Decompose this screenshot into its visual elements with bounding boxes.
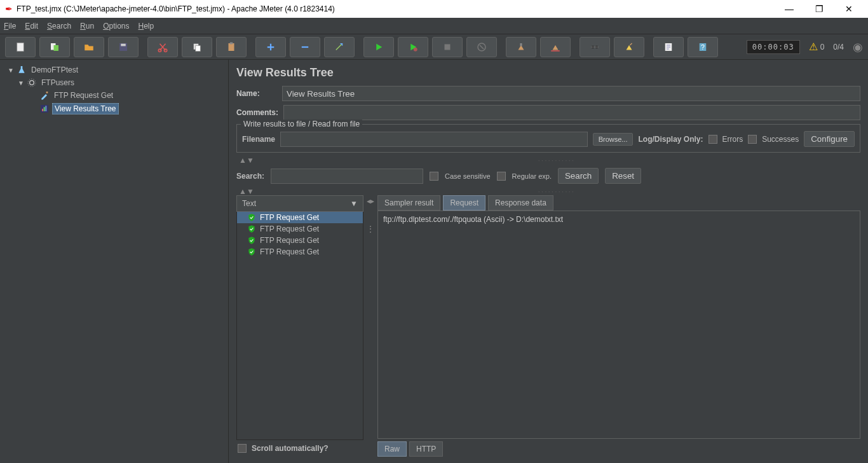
logdisplay-label: Log/Display Only: [638,135,703,144]
name-input[interactable] [282,86,860,101]
request-body[interactable]: ftp://ftp.dlptest.com/./ftpquota (Ascii)… [377,211,860,439]
write-results-fieldset: Write results to file / Read from file F… [236,124,860,153]
panel-title: View Results Tree [236,66,860,79]
regexp-checkbox[interactable] [497,172,506,181]
errors-checkbox[interactable] [709,135,717,144]
templates-button[interactable] [39,37,70,57]
start-no-timers-button[interactable] [398,37,428,57]
tree-node-testplan[interactable]: ▼ DemoFTPtest [3,64,226,76]
svg-rect-25 [44,107,45,111]
toggle-button[interactable] [324,37,355,57]
comments-label: Comments: [236,108,278,117]
gear-icon [27,78,37,88]
tab-sampler-result[interactable]: Sampler result [377,195,440,211]
menu-file[interactable]: File [4,22,16,31]
clear-button[interactable] [506,37,536,57]
menu-search[interactable]: Search [47,22,71,31]
configure-button[interactable]: Configure [804,131,855,147]
paste-button[interactable] [216,37,247,57]
chart-icon [39,104,50,114]
flask-icon [17,65,27,75]
search-tree-button[interactable] [580,37,610,57]
svg-rect-22 [46,92,48,93]
scroll-auto-label: Scroll automatically? [252,444,329,453]
svg-rect-2 [54,45,59,51]
search-input[interactable] [271,169,423,184]
test-plan-tree[interactable]: ▼ DemoFTPtest ▼ FTPusers FTP Request Get… [0,60,229,463]
cut-button[interactable] [147,37,178,57]
case-sensitive-checkbox[interactable] [430,172,438,181]
search-button[interactable]: Search [558,168,599,184]
search-label: Search: [236,172,264,181]
tree-label: DemoFTPtest [29,65,80,75]
stop-button[interactable] [432,37,463,57]
tree-label: FTP Request Get [52,90,115,100]
renderer-combo[interactable]: Text ▼ [236,195,363,212]
tree-node-view-results[interactable]: View Results Tree [3,102,226,116]
collapse-button[interactable] [290,37,320,57]
warning-count: 0 [820,43,825,52]
filename-label: Filename [242,135,275,144]
svg-rect-8 [196,45,201,51]
help-button[interactable]: ? [688,37,718,57]
open-button[interactable] [74,37,104,57]
tab-request[interactable]: Request [443,195,485,211]
tab-http[interactable]: HTTP [409,441,443,457]
close-button[interactable]: ✕ [840,3,858,15]
svg-rect-12 [445,44,451,50]
horizontal-splitter-2[interactable]: ▲▼··········· [236,188,860,195]
vertical-splitter[interactable]: ◂▸⋮ [367,195,374,457]
function-helper-button[interactable] [653,37,684,57]
result-label: FTP Request Get [260,236,319,245]
case-sensitive-label: Case sensitive [445,172,491,180]
clear-all-button[interactable] [540,37,571,57]
tree-label: FTPusers [39,78,76,88]
tree-node-threadgroup[interactable]: ▼ FTPusers [3,76,226,89]
menu-options[interactable]: Options [103,22,129,31]
result-item[interactable]: FTP Request Get [237,212,363,223]
menu-help[interactable]: Help [139,22,154,31]
comments-input[interactable] [283,105,860,120]
thread-count: 0/4 [833,43,844,52]
menubar: File Edit Search Run Options Help [0,18,868,34]
menu-run[interactable]: Run [80,22,94,31]
toolbar: ? 00:00:03 ⚠ 0 0/4 ◉ [0,34,868,60]
scroll-auto-checkbox[interactable] [238,444,247,453]
reset-button[interactable]: Reset [605,168,641,184]
save-button[interactable] [108,37,139,57]
result-item[interactable]: FTP Request Get [237,235,363,246]
result-label: FTP Request Get [260,225,319,233]
results-list[interactable]: FTP Request Get FTP Request Get FTP Requ… [236,212,363,440]
elapsed-timer: 00:00:03 [747,40,800,54]
new-button[interactable] [5,37,36,57]
start-button[interactable] [363,37,394,57]
shutdown-button[interactable] [466,37,497,57]
tab-raw[interactable]: Raw [377,441,407,457]
svg-point-20 [30,81,34,85]
browse-button[interactable]: Browse... [593,133,634,146]
filename-input[interactable] [280,132,588,147]
svg-rect-0 [17,43,24,52]
pipette-icon [39,90,50,100]
expand-button[interactable] [255,37,286,57]
indicator-icon: ◉ [853,40,863,54]
result-label: FTP Request Get [260,213,319,222]
horizontal-splitter[interactable]: ▲▼··········· [236,156,860,164]
menu-edit[interactable]: Edit [25,22,38,31]
result-item[interactable]: FTP Request Get [237,246,363,258]
copy-button[interactable] [182,37,212,57]
result-item[interactable]: FTP Request Get [237,223,363,235]
warning-icon[interactable]: ⚠ [809,41,818,53]
result-label: FTP Request Get [260,247,319,256]
tree-node-ftp-request[interactable]: FTP Request Get [3,89,226,102]
tab-response-data[interactable]: Response data [488,195,553,211]
name-label: Name: [236,89,277,98]
svg-rect-24 [42,109,43,111]
svg-point-21 [28,79,36,86]
app-icon: ✒ [5,4,13,14]
minimize-button[interactable]: — [780,3,799,15]
maximize-button[interactable]: ❐ [810,3,829,15]
svg-rect-10 [230,42,233,44]
reset-search-button[interactable] [614,37,644,57]
successes-checkbox[interactable] [748,135,757,144]
